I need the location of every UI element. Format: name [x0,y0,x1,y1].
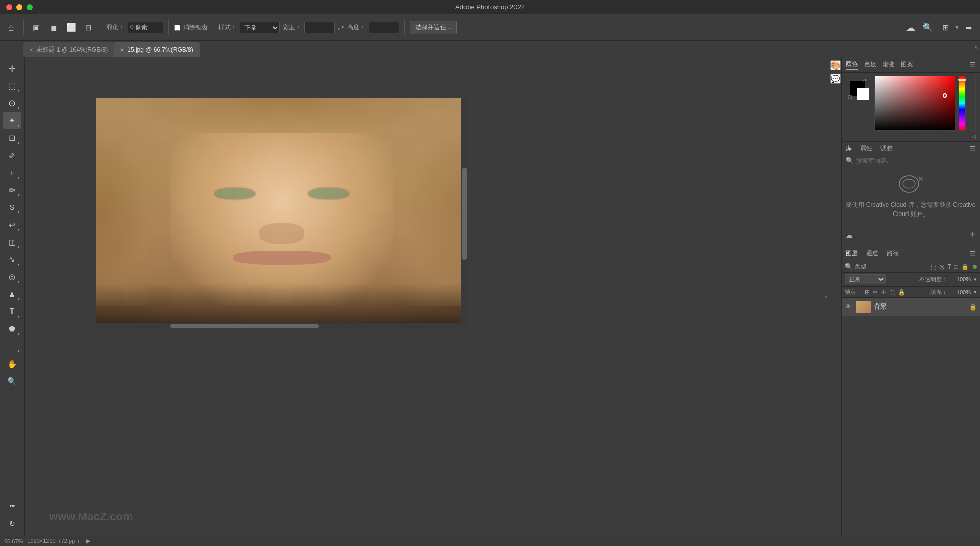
share-button[interactable]: ⬆ [962,20,976,35]
width-input[interactable] [304,22,335,33]
layer-visibility-icon[interactable]: 👁 [845,303,853,311]
tab-untitled[interactable]: ✕ 未标题-1 @ 164%(RGB/8) [23,42,114,57]
library-tabs: 库 属性 调整 ☰ [842,142,980,155]
cloud-search-button[interactable]: ☁ [903,20,918,35]
filter-pixel-icon[interactable]: ⬚ [930,263,936,270]
lib-tab-adjustments[interactable]: 调整 [880,144,893,153]
stamp-tool-button[interactable]: S ▾ [3,199,21,216]
swap-colors-button[interactable]: ⇄ [862,78,866,83]
tab-untitled-close[interactable]: ✕ [29,47,33,53]
lib-tab-library[interactable]: 库 [846,144,852,153]
vertical-scrollbar-thumb[interactable] [462,168,467,260]
width-label: 宽度： [283,23,301,32]
layers-menu-button[interactable]: ☰ [969,250,976,258]
brush-tool-button[interactable]: ✏ ▾ [3,182,21,198]
gradient-tab[interactable]: 渐变 [883,59,895,70]
eraser-tool-button[interactable]: ◫ ▾ [3,234,21,250]
swap-icon[interactable]: ⇄ [338,23,344,32]
filter-smart-icon[interactable]: 🔒 [961,263,969,270]
tab-15jpg-close[interactable]: ✕ [120,47,124,53]
gradient-arrow-icon: ▾ [18,263,20,267]
right-icon-btn-1[interactable]: 🎨 [830,60,841,70]
pattern-tab[interactable]: 图案 [901,59,913,70]
right-collapse-handle[interactable]: » [823,57,829,536]
color-panel: 颜色 色板 渐变 图案 ☰ ⇄ ⬚ [842,57,980,142]
lock-all-icon[interactable]: 🔒 [898,289,905,296]
maximize-button[interactable] [27,4,33,10]
quick-select-tool-button[interactable]: ✦ ▾ [3,112,21,129]
cloud-icon: ☁ [846,231,853,239]
fill-arrow[interactable]: ▾ [974,289,977,295]
svg-point-0 [899,176,919,192]
style-select[interactable]: 正常 固定比例 固定大小 [240,22,280,33]
minimize-button[interactable] [16,4,22,10]
feather-input[interactable] [128,22,163,33]
alpha-slider[interactable] [969,76,976,131]
lock-label: 锁定： [845,288,862,296]
horizontal-scrollbar-thumb[interactable] [170,324,319,328]
rotate-canvas-button[interactable]: ↻ [3,515,21,532]
move-tool-button[interactable]: ✛ [3,60,21,77]
layers-tab-paths[interactable]: 路径 [887,249,899,258]
marquee-tool-button[interactable]: ⬚ ▾ [3,78,21,94]
right-icon-btn-2[interactable]: 💬 [830,74,841,84]
filter-search-icon: 🔍 [845,263,853,270]
gradient-tool-button[interactable]: ∿ ▾ [3,251,21,268]
eyedropper-tool-button[interactable]: ✐ [3,147,21,163]
library-search-input[interactable] [856,157,976,164]
background-swatch[interactable] [857,88,869,100]
layers-tab-channels[interactable]: 通道 [866,249,878,258]
color-gradient-picker[interactable] [874,76,955,131]
history-brush-button[interactable]: ↩ ▾ [3,217,21,233]
lock-pixel-icon[interactable]: ✏ [873,289,878,296]
library-menu-button[interactable]: ☰ [969,145,976,153]
filter-adjust-icon[interactable]: ◎ [939,263,944,270]
more-tools-button[interactable]: ••• [3,498,21,514]
hand-tool-button[interactable]: ✋ [3,355,21,372]
color-tab[interactable]: 颜色 [846,59,858,70]
healing-tool-button[interactable]: ⌗ ▾ [3,164,21,181]
home-button[interactable]: ⌂ [4,20,18,35]
lasso-tool-button[interactable]: ⊙ ▾ [3,95,21,111]
hue-slider[interactable] [959,76,966,131]
opacity-arrow-up[interactable]: ▾ [974,276,977,283]
horizontal-scrollbar[interactable] [96,323,468,329]
tab-15jpg[interactable]: ✕ 15.jpg @ 66.7%(RGB/8) [114,42,200,57]
canvas-area[interactable]: www.MacZ.com [24,57,823,536]
marquee-rect-button[interactable]: ▣ [29,20,43,35]
search-button[interactable]: 🔍 [921,20,935,35]
height-input[interactable] [369,22,399,33]
marquee-intersect-button[interactable]: ⊟ [81,20,95,35]
anti-alias-checkbox[interactable] [174,25,180,31]
filter-text-icon[interactable]: T [947,263,951,270]
tab-collapse-button[interactable]: » [973,43,980,53]
filter-shape-icon[interactable]: □ [954,263,958,270]
hand-tool-icon: ✋ [7,359,17,369]
select-subject-button[interactable]: 选择并遮住... [410,21,457,34]
zoom-tool-button[interactable]: 🔍 [3,373,21,389]
status-arrow[interactable]: ▶ [86,538,90,544]
path-selection-button[interactable]: ⬟ ▾ [3,321,21,337]
swatch-tab[interactable]: 色板 [864,59,876,70]
dodge-tool-button[interactable]: ♟ ▾ [3,286,21,302]
marquee-fill-button[interactable]: ◼ [46,20,61,35]
blend-mode-select[interactable]: 正常 溶解 正片叠底 [845,274,886,284]
vertical-scrollbar[interactable] [461,98,468,329]
library-add-button[interactable]: + [970,229,976,241]
lock-artboard-icon[interactable]: ⬚ [889,289,895,296]
type-tool-button[interactable]: T ▾ [3,303,21,320]
blur-tool-button[interactable]: ◎ ▾ [3,269,21,285]
lock-position-icon[interactable]: ✛ [881,289,886,296]
reset-colors-button[interactable]: ⬚ [848,94,852,99]
close-button[interactable] [6,4,12,10]
toolbar-sep-3 [168,20,169,35]
shape-tool-button[interactable]: □ ▾ [3,338,21,354]
color-panel-menu-button[interactable]: ☰ [969,61,976,69]
lib-tab-properties[interactable]: 属性 [860,144,872,153]
crop-tool-button[interactable]: ⊡ ▾ [3,130,21,146]
lock-checkerboard-icon[interactable]: ⊞ [865,289,870,296]
layers-tab-layers[interactable]: 图层 [846,249,858,258]
workspace-button[interactable]: ⊞ [938,20,952,35]
marquee-border-button[interactable]: ⬜ [64,20,78,35]
layer-thumbnail [856,301,871,313]
